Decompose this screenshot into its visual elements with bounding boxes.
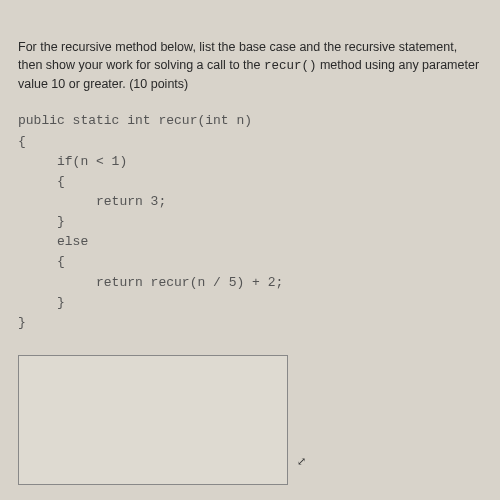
answer-area: ⤢ — [18, 355, 288, 489]
inline-code-recur: recur() — [264, 59, 317, 73]
question-prompt: For the recursive method below, list the… — [18, 38, 482, 93]
resize-handle-icon[interactable]: ⤢ — [297, 458, 306, 465]
code-block: public static int recur(int n) { if(n < … — [18, 111, 482, 333]
answer-textarea[interactable] — [18, 355, 288, 485]
